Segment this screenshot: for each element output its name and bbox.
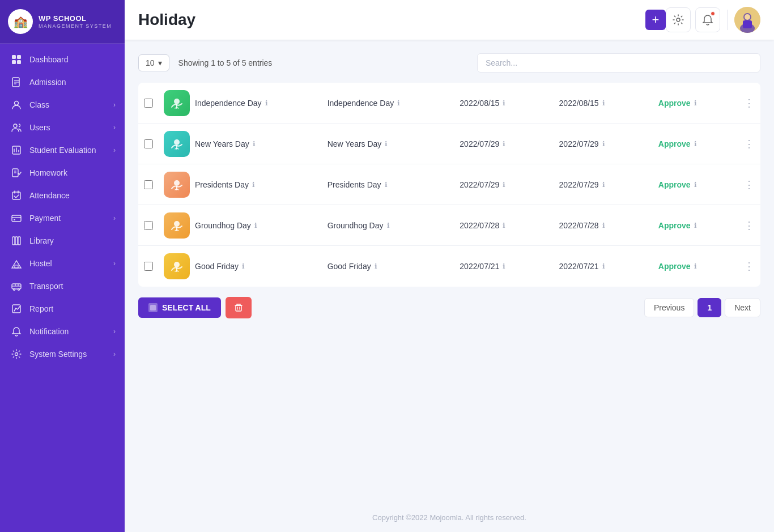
homework-icon [9, 168, 24, 178]
sidebar-item-transport[interactable]: Transport [0, 275, 125, 297]
select-all-button[interactable]: SELECT ALL [138, 297, 221, 318]
settings-button[interactable] [666, 7, 691, 32]
holiday-name: Presidents Day [195, 180, 249, 189]
name-info-icon[interactable]: ℹ [242, 262, 245, 270]
status-badge: Approve [658, 262, 691, 271]
notification-button[interactable] [695, 7, 720, 32]
row-actions: ⋮ [738, 97, 760, 109]
status-info-icon[interactable]: ℹ [694, 222, 697, 229]
next-page-button[interactable]: Next [725, 298, 760, 317]
row-checkbox[interactable] [144, 262, 153, 271]
end-info-icon[interactable]: ℹ [602, 99, 605, 107]
page-footer: Copyright ©2022 Mojoomla. All rights res… [125, 503, 774, 532]
sidebar-item-attendance[interactable]: Attendance [0, 184, 125, 207]
row-checkbox-cell [138, 180, 159, 189]
row-checkbox[interactable] [144, 180, 153, 189]
more-options-button[interactable]: ⋮ [744, 219, 755, 232]
sidebar-item-hostel[interactable]: Hostel › [0, 252, 125, 275]
sidebar-item-homework[interactable]: Homework [0, 161, 125, 184]
previous-page-button[interactable]: Previous [644, 298, 694, 317]
sidebar-item-admission[interactable]: Admission [0, 71, 125, 93]
start-date-value: 2022/07/28 [460, 221, 499, 230]
payment-arrow: › [113, 214, 116, 222]
row-actions: ⋮ [738, 260, 760, 273]
sidebar-logo[interactable]: 🏫 WP SCHOOL MANAGEMENT SYSTEM [0, 0, 125, 44]
logo-icon: 🏫 [8, 9, 33, 34]
more-options-button[interactable]: ⋮ [744, 178, 755, 191]
report-icon [9, 304, 24, 314]
row-icon-cell [159, 212, 195, 239]
add-holiday-button[interactable]: + [645, 10, 666, 30]
avatar[interactable] [734, 7, 760, 33]
desc-info-icon[interactable]: ℹ [387, 222, 390, 229]
entries-select[interactable]: 10 ▾ [138, 54, 169, 71]
status-info-icon[interactable]: ℹ [694, 99, 697, 107]
class-arrow: › [113, 101, 116, 109]
library-icon [9, 236, 24, 246]
system-settings-arrow: › [113, 350, 116, 358]
start-info-icon[interactable]: ℹ [503, 222, 505, 229]
end-info-icon[interactable]: ℹ [602, 262, 605, 270]
status-info-icon[interactable]: ℹ [694, 262, 697, 270]
sidebar-item-notification[interactable]: Notification › [0, 320, 125, 343]
svg-rect-3 [17, 60, 21, 64]
row-end-date: 2022/07/21 ℹ [559, 262, 658, 271]
end-info-icon[interactable]: ℹ [602, 181, 605, 189]
holiday-icon [164, 253, 190, 279]
sidebar-nav: Dashboard Admission Class › Users › [0, 44, 125, 532]
page-1-button[interactable]: 1 [698, 298, 721, 317]
name-info-icon[interactable]: ℹ [252, 181, 255, 189]
name-info-icon[interactable]: ℹ [254, 222, 257, 229]
svg-rect-24 [15, 237, 18, 245]
more-options-button[interactable]: ⋮ [744, 97, 755, 109]
sidebar-item-library[interactable]: Library [0, 229, 125, 252]
class-icon [9, 100, 24, 110]
more-options-button[interactable]: ⋮ [744, 260, 755, 273]
desc-info-icon[interactable]: ℹ [385, 181, 388, 189]
row-end-date: 2022/07/29 ℹ [559, 139, 658, 148]
system-settings-icon [9, 349, 24, 359]
sidebar-item-payment[interactable]: Payment › [0, 207, 125, 229]
sidebar-item-report[interactable]: Report [0, 297, 125, 320]
status-info-icon[interactable]: ℹ [694, 140, 697, 148]
row-status: Approve ℹ [658, 139, 738, 148]
start-info-icon[interactable]: ℹ [503, 99, 505, 107]
sidebar-item-system-settings[interactable]: System Settings › [0, 343, 125, 365]
delete-button[interactable] [226, 297, 252, 318]
header-divider [727, 10, 728, 30]
start-info-icon[interactable]: ℹ [503, 262, 505, 270]
row-start-date: 2022/07/29 ℹ [460, 139, 559, 148]
more-options-button[interactable]: ⋮ [744, 138, 755, 150]
start-info-icon[interactable]: ℹ [503, 140, 505, 148]
sidebar-item-label: Dashboard [29, 55, 69, 64]
holiday-name: Good Friday [195, 262, 239, 271]
sidebar-item-label: Class [29, 100, 49, 109]
desc-info-icon[interactable]: ℹ [385, 140, 388, 148]
row-checkbox[interactable] [144, 99, 153, 108]
row-checkbox[interactable] [144, 139, 153, 148]
name-info-icon[interactable]: ℹ [253, 140, 256, 148]
end-info-icon[interactable]: ℹ [602, 222, 605, 229]
holiday-name: Independence Day [195, 99, 262, 108]
search-input[interactable] [477, 53, 760, 73]
sidebar-item-label: Transport [29, 282, 63, 291]
sidebar-item-users[interactable]: Users › [0, 116, 125, 139]
sidebar-item-class[interactable]: Class › [0, 93, 125, 116]
sidebar-item-student-evaluation[interactable]: Student Evaluation › [0, 139, 125, 161]
sidebar-item-dashboard[interactable]: Dashboard [0, 48, 125, 71]
desc-info-icon[interactable]: ℹ [375, 262, 377, 270]
start-info-icon[interactable]: ℹ [503, 181, 505, 189]
sidebar-item-label: System Settings [29, 350, 87, 359]
name-info-icon[interactable]: ℹ [265, 99, 268, 107]
checkbox-icon [150, 305, 156, 310]
row-description: Good Friday ℹ [328, 262, 460, 271]
status-info-icon[interactable]: ℹ [694, 181, 697, 189]
row-icon-cell [159, 131, 195, 157]
desc-info-icon[interactable]: ℹ [397, 99, 400, 107]
row-checkbox[interactable] [144, 221, 153, 230]
row-checkbox-cell [138, 262, 159, 271]
end-info-icon[interactable]: ℹ [602, 140, 605, 148]
svg-rect-23 [12, 237, 15, 245]
dashboard-icon [9, 54, 24, 65]
svg-point-47 [174, 221, 180, 227]
